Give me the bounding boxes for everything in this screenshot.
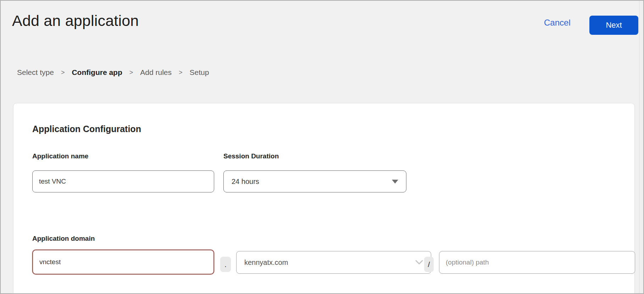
section-title: Application Configuration — [32, 124, 141, 134]
step-separator-icon: > — [179, 69, 183, 76]
application-name-label: Application name — [32, 152, 88, 160]
wizard-steps: Select type > Configure app > Add rules … — [17, 68, 209, 77]
session-duration-value: 24 hours — [232, 178, 259, 186]
add-application-page: Add an application Cancel Next Select ty… — [0, 0, 644, 294]
step-configure-app[interactable]: Configure app — [72, 68, 122, 77]
step-setup[interactable]: Setup — [190, 68, 209, 77]
next-button[interactable]: Next — [589, 16, 638, 35]
domain-select[interactable]: kennyatx.com — [236, 251, 431, 274]
domain-value: kennyatx.com — [244, 258, 288, 267]
application-configuration-card: Application Configuration Application na… — [13, 103, 635, 294]
path-input[interactable] — [439, 251, 635, 274]
chevron-down-icon — [415, 260, 423, 265]
session-duration-select[interactable]: 24 hours — [223, 170, 406, 192]
session-duration-label: Session Duration — [223, 152, 279, 160]
step-select-type[interactable]: Select type — [17, 68, 54, 77]
application-domain-label: Application domain — [32, 235, 95, 243]
subdomain-input[interactable] — [32, 250, 214, 274]
slash-separator: / — [424, 257, 434, 272]
application-name-input[interactable] — [32, 170, 214, 192]
step-separator-icon: > — [129, 69, 133, 76]
dropdown-caret-icon — [392, 180, 398, 184]
scrollbar[interactable] — [639, 1, 643, 293]
step-add-rules[interactable]: Add rules — [140, 68, 172, 77]
step-separator-icon: > — [61, 69, 65, 76]
page-title: Add an application — [12, 12, 139, 29]
cancel-button[interactable]: Cancel — [544, 18, 571, 28]
dot-separator: . — [220, 257, 231, 272]
